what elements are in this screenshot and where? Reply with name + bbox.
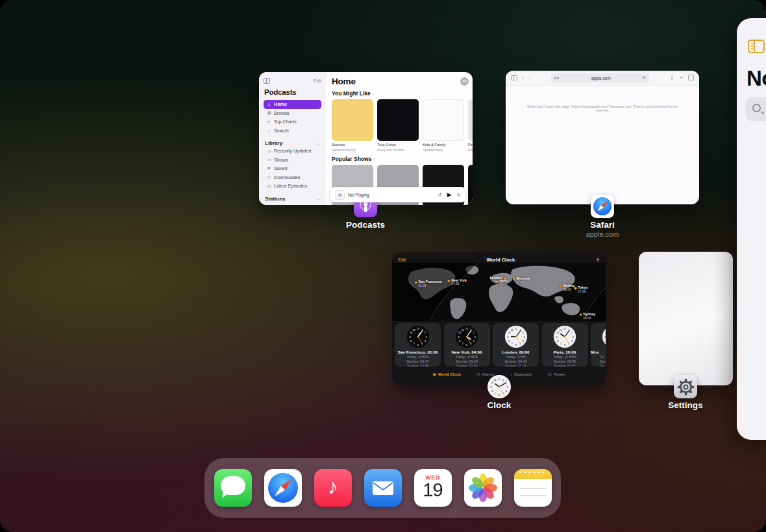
map-city-tokyo: Tokyo17:06 xyxy=(574,287,588,294)
map-city-beijing: Beijing16:06 xyxy=(560,284,574,291)
world-clock-sunset: Su xyxy=(591,364,606,367)
sidebar-item-new-station: +New Station xyxy=(264,202,321,206)
world-clock-sunrise: Sunrise: 04:43 xyxy=(493,359,539,363)
podcasts-card-label: Podcasts xyxy=(301,220,430,230)
world-clock-city: London, 09:06 xyxy=(493,350,539,354)
dock-icon-music[interactable]: ♪ xyxy=(314,469,352,507)
tabs-icon xyxy=(689,76,694,80)
svg-text:11: 11 xyxy=(560,328,563,332)
map-city-san-francisco: San Francisco01:06 xyxy=(415,281,442,288)
show-title: Kids & Family xyxy=(423,143,464,147)
chevron-right-icon: › xyxy=(372,91,374,97)
app-card-notes[interactable]: Notes xyxy=(737,18,766,440)
world-clock-tiles: 123456789101112San Francisco, 01:06Today… xyxy=(392,323,606,367)
tab-stopwatch: ◔Stopwatch xyxy=(510,372,532,377)
search-input[interactable] xyxy=(745,97,766,121)
show-card-kids-family: Kids & FamilyUpdated daily xyxy=(423,99,464,152)
world-clock-sunset: Sunset: 20:34 xyxy=(395,364,441,367)
app-card-safari[interactable]: ‹ › AA apple.com ↻ ⇧ + Safari can’t open… xyxy=(506,71,699,204)
home-icon: ⌂ xyxy=(267,102,271,106)
map-city-name: San Francisco xyxy=(419,281,442,285)
map-city-sydney: Sydney18:06 xyxy=(580,313,595,320)
show-artwork xyxy=(377,99,419,141)
search-icon: ○ xyxy=(267,128,271,133)
dock-icon-messages[interactable] xyxy=(214,469,252,507)
svg-text:11: 11 xyxy=(412,328,415,332)
svg-text:10: 10 xyxy=(507,331,510,334)
analog-clock: 123456789101112 xyxy=(455,325,478,348)
world-clock-sunrise: Sunrise: 05:46 xyxy=(542,359,588,363)
svg-text:12: 12 xyxy=(465,327,469,330)
clock-app-icon[interactable]: 123456789101112 xyxy=(488,375,511,398)
back-icon: ‹ xyxy=(522,75,524,81)
world-clock-tile-london-09-06: 123456789101112London, 09:06Today, -1 HR… xyxy=(493,323,539,367)
music-note-icon: ♪ xyxy=(314,469,352,507)
world-map: San Francisco01:06New York04:06London09:… xyxy=(392,263,606,321)
world-clock-tile-new-york-04-06: 123456789101112New York, 04:06Today, -6 … xyxy=(444,323,490,367)
world-clock-city: San Francisco, 01:06 xyxy=(395,350,441,354)
notes-header-strip xyxy=(514,469,552,479)
compass-needle xyxy=(273,478,293,498)
analog-clock: 123456789101112 xyxy=(488,375,511,398)
dock-icon-calendar[interactable]: WED19 xyxy=(414,469,452,507)
map-city-label: Beijing16:06 xyxy=(563,284,575,291)
world-clock-sunset: Sunset: 20:30 xyxy=(444,364,490,367)
calendar-day: 19 xyxy=(414,481,452,500)
dock-icon-photos[interactable] xyxy=(464,469,502,507)
safari-app-icon[interactable] xyxy=(591,195,614,218)
map-city-time: 01:06 xyxy=(419,285,442,288)
podcasts-sidebar-sections: Library⌄◷Recently Updated▭Shows⚑Saved⊙Do… xyxy=(264,139,321,205)
map-city-dot xyxy=(448,280,451,282)
section-title: You Might Like xyxy=(332,90,371,97)
sidebar-item-recently-updated: ◷Recently Updated xyxy=(264,147,321,156)
svg-text:10: 10 xyxy=(491,381,494,384)
podcasts-sidebar: Edit Podcasts ⌂Home▦Browse≡Top Charts○Se… xyxy=(259,72,326,205)
sidebar-section-header: Library⌄ xyxy=(264,139,321,147)
world-clock-today: Today, -6 HRS xyxy=(444,355,490,359)
sidebar-item-saved: ⚑Saved xyxy=(264,164,321,173)
map-city-dot xyxy=(574,287,577,290)
world-clock-city: Paris, 10:06 xyxy=(542,350,588,354)
show-card-true-crime: True CrimeEvery two months xyxy=(377,99,419,152)
dock-icon-safari[interactable] xyxy=(264,469,302,507)
address-bar: AA apple.com ↻ xyxy=(550,73,649,82)
section-popular-shows: Popular Shows › xyxy=(332,156,473,162)
analog-clock: 123456789101112 xyxy=(602,325,606,348)
sidebar-item-label: Browse xyxy=(274,110,290,116)
sidebar-toggle-icon xyxy=(748,40,765,53)
sidebar-item-label: Latest Episodes xyxy=(274,183,307,189)
app-card-settings[interactable] xyxy=(639,252,733,385)
show-card-science: ScienceUpdated weekly xyxy=(332,99,373,152)
world-map-cities: San Francisco01:06New York04:06London09:… xyxy=(392,263,606,321)
svg-text:12: 12 xyxy=(514,327,517,330)
now-playing-label: Not Playing xyxy=(348,193,438,197)
dock: ♪WED19 xyxy=(204,458,561,518)
speech-bubble-tail xyxy=(222,492,229,498)
clock-card-label: Clock xyxy=(434,400,564,410)
sidebar-toggle-icon xyxy=(264,78,270,84)
sidebar-item-search: ○Search xyxy=(264,127,321,136)
shows-icon: ▭ xyxy=(267,157,271,162)
world-clock-today: Today, -1 HR xyxy=(493,355,539,359)
map-city-time: 17:06 xyxy=(578,291,587,294)
settings-app-icon[interactable] xyxy=(674,375,697,398)
tab-label: Timers xyxy=(554,372,565,376)
world-clock-sunrise: Sunrise: 05:24 xyxy=(444,359,490,363)
dock-icon-mail[interactable] xyxy=(364,469,402,507)
map-city-time: 16:06 xyxy=(563,288,575,291)
app-card-podcasts[interactable]: Edit Podcasts ⌂Home▦Browse≡Top Charts○Se… xyxy=(259,72,473,205)
show-artwork xyxy=(423,99,464,141)
dock-icon-notes[interactable] xyxy=(514,469,552,507)
show-artwork xyxy=(468,99,473,141)
map-city-time: 10:06 xyxy=(500,284,508,287)
sidebar-item-home: ⌂Home xyxy=(264,100,321,109)
map-city-label: Moscow11:06 xyxy=(516,277,530,284)
forward-icon: › xyxy=(528,75,530,81)
map-city-label: Tokyo17:06 xyxy=(578,287,587,294)
section-header-label: Stations xyxy=(265,196,286,202)
photos-flower-icon xyxy=(468,473,498,503)
app-card-clock[interactable]: Edit World Clock + xyxy=(392,252,606,385)
safari-error-text: Safari can’t open the page “https://www.… xyxy=(521,104,684,112)
map-city-new-york: New York04:06 xyxy=(448,279,467,286)
show-title: Science xyxy=(332,143,373,147)
